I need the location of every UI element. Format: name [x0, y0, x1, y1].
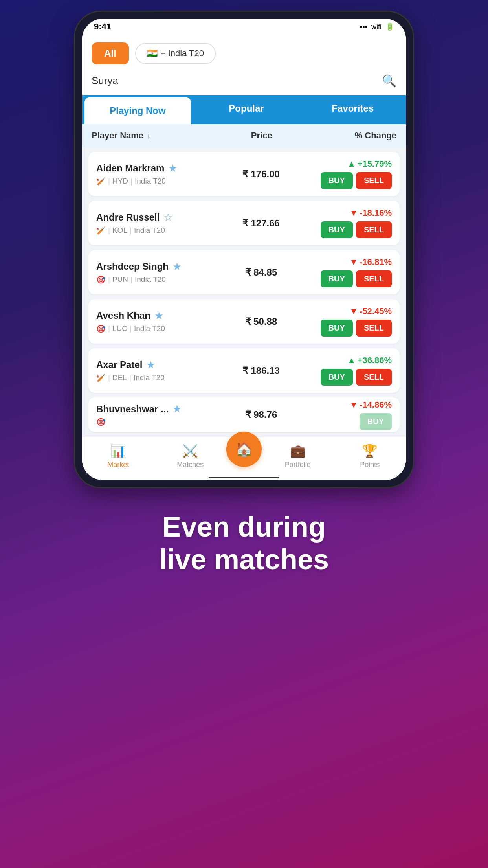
arrow-down-icon: ▼ — [349, 400, 358, 410]
star-icon[interactable]: ★ — [168, 162, 177, 175]
player-info: Avesh Khan ★ 🎯 | LUC | India T20 — [96, 310, 221, 333]
sell-button[interactable]: SELL — [356, 221, 392, 238]
promo-line1: Even during — [159, 511, 329, 543]
status-icons: ▪▪▪ wifi 🔋 — [360, 22, 394, 31]
table-header: Player Name ↓ Price % Change — [82, 124, 406, 147]
star-icon[interactable]: ★ — [146, 359, 155, 371]
search-input[interactable] — [92, 75, 382, 87]
league-label: India T20 — [134, 373, 165, 382]
pct-change: ▲ +36.86% — [347, 355, 392, 366]
player-info: Arshdeep Singh ★ 🎯 | PUN | India T20 — [96, 261, 221, 284]
col-player-name: Player Name — [92, 131, 143, 141]
sort-arrow-icon[interactable]: ↓ — [147, 131, 150, 140]
player-price: ₹ 127.66 — [221, 218, 301, 229]
sell-button[interactable]: SELL — [356, 320, 392, 337]
player-info: Aiden Markram ★ 🏏 | HYD | India T20 — [96, 162, 221, 186]
league-label: India T20 — [135, 275, 166, 284]
player-actions: ▼ -18.16% BUY SELL — [301, 208, 392, 238]
player-name: Axar Patel — [96, 359, 142, 370]
promo-section: Even during live matches — [143, 487, 345, 600]
sell-button[interactable]: SELL — [356, 369, 392, 386]
status-time: 9:41 — [94, 22, 111, 32]
table-row: Axar Patel ★ 🏏 | DEL | India T20 — [88, 348, 400, 393]
matches-icon: ⚔️ — [182, 443, 198, 458]
battery-icon: 🔋 — [385, 22, 394, 31]
league-label: India T20 — [135, 177, 166, 186]
filter-india-t20-button[interactable]: 🇮🇳 + India T20 — [135, 43, 216, 64]
pct-change: ▲ +15.79% — [347, 159, 392, 169]
nav-home-button[interactable]: 🏠 — [226, 432, 262, 467]
table-row: Avesh Khan ★ 🎯 | LUC | India T20 — [88, 299, 400, 344]
star-icon[interactable]: ☆ — [163, 211, 172, 224]
player-price: ₹ 176.00 — [221, 169, 301, 180]
bottom-nav: 📊 Market ⚔️ Matches 🏠 💼 Portfolio — [82, 437, 406, 477]
tab-popular[interactable]: Popular — [193, 95, 300, 124]
table-row: Andre Russell ☆ 🏏 | KOL | India T20 — [88, 201, 400, 245]
player-price: ₹ 84.85 — [221, 267, 301, 278]
star-icon[interactable]: ★ — [172, 403, 182, 415]
nav-matches[interactable]: ⚔️ Matches — [154, 443, 227, 469]
tab-playing-now[interactable]: Playing Now — [84, 97, 191, 124]
player-name: Avesh Khan — [96, 310, 150, 321]
nav-points[interactable]: 🏆 Points — [334, 443, 406, 469]
league-label: India T20 — [134, 324, 165, 333]
star-icon[interactable]: ★ — [154, 310, 163, 322]
filter-row: All 🇮🇳 + India T20 — [82, 35, 406, 70]
player-name: Bhuvneshwar ... — [96, 404, 169, 415]
home-indicator — [82, 477, 406, 480]
promo-text: Even during live matches — [159, 511, 329, 576]
sell-button[interactable]: SELL — [356, 172, 392, 189]
filter-all-button[interactable]: All — [92, 42, 129, 64]
tabs-row: Playing Now Popular Favorites — [82, 95, 406, 124]
col-price: Price — [220, 131, 303, 141]
buy-button[interactable]: BUY — [321, 270, 353, 287]
team-label: HYD — [112, 177, 128, 186]
player-info: Andre Russell ☆ 🏏 | KOL | India T20 — [96, 211, 221, 235]
player-actions: ▼ -14.86% BUY — [301, 400, 392, 430]
search-row: 🔍 — [82, 70, 406, 95]
home-icon: 🏠 — [235, 441, 253, 458]
arrow-up-icon: ▲ — [347, 159, 356, 169]
pct-change: ▼ -16.81% — [349, 257, 392, 267]
status-bar: 9:41 ▪▪▪ wifi 🔋 — [82, 19, 406, 35]
team-label: DEL — [112, 373, 127, 382]
search-icon[interactable]: 🔍 — [382, 74, 396, 88]
india-flag-icon: 🇮🇳 — [147, 48, 158, 59]
portfolio-icon: 💼 — [290, 443, 306, 458]
table-row: Aiden Markram ★ 🏏 | HYD | India T20 — [88, 152, 400, 196]
tab-favorites[interactable]: Favorites — [299, 95, 406, 124]
pct-change: ▼ -14.86% — [349, 400, 392, 410]
team-label: LUC — [112, 324, 127, 333]
player-actions: ▼ -16.81% BUY SELL — [301, 257, 392, 287]
team-label: PUN — [112, 275, 128, 284]
arrow-down-icon: ▼ — [349, 208, 358, 218]
player-name: Aiden Markram — [96, 163, 164, 174]
nav-portfolio-label: Portfolio — [285, 461, 311, 469]
player-name: Andre Russell — [96, 212, 160, 223]
nav-market[interactable]: 📊 Market — [82, 443, 154, 469]
buy-button[interactable]: BUY — [321, 369, 353, 386]
table-row: Bhuvneshwar ... ★ 🎯 ₹ 98.76 ▼ -14.86% — [88, 397, 400, 432]
nav-matches-label: Matches — [177, 461, 204, 469]
nav-market-label: Market — [107, 461, 129, 469]
buy-button[interactable]: BUY — [321, 221, 353, 238]
role-icon: 🎯 — [96, 324, 106, 333]
pct-change: ▼ -52.45% — [349, 306, 392, 316]
buy-button[interactable]: BUY — [321, 172, 353, 189]
role-icon: 🎯 — [96, 417, 106, 427]
table-row: Arshdeep Singh ★ 🎯 | PUN | India T20 — [88, 250, 400, 294]
role-icon: 🎯 — [96, 275, 106, 284]
buy-button[interactable]: BUY — [321, 320, 353, 337]
star-icon[interactable]: ★ — [172, 261, 182, 273]
arrow-down-icon: ▼ — [349, 306, 358, 316]
player-price: ₹ 186.13 — [221, 365, 301, 376]
arrow-up-icon: ▲ — [347, 355, 356, 366]
promo-line2: live matches — [159, 543, 329, 576]
points-icon: 🏆 — [362, 443, 378, 458]
signal-icon: ▪▪▪ — [360, 23, 367, 31]
player-name: Arshdeep Singh — [96, 261, 169, 272]
nav-portfolio[interactable]: 💼 Portfolio — [262, 443, 334, 469]
buy-button[interactable]: BUY — [360, 413, 392, 430]
arrow-down-icon: ▼ — [349, 257, 358, 267]
sell-button[interactable]: SELL — [356, 270, 392, 287]
